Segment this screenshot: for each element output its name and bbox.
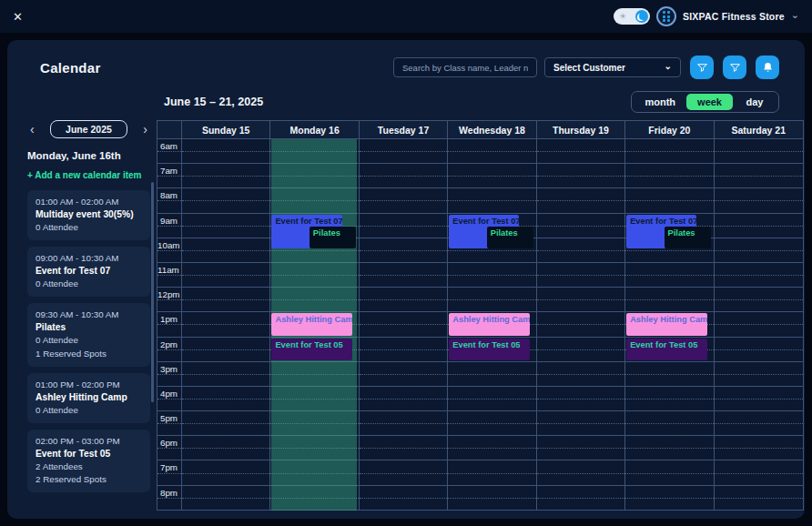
- grid-cell[interactable]: [537, 238, 624, 263]
- grid-cell[interactable]: [715, 460, 803, 485]
- grid-cell[interactable]: [625, 387, 713, 411]
- theme-toggle[interactable]: ☀: [614, 8, 650, 25]
- sidebar-event-card[interactable]: 02:00 PM - 03:00 PMEvent for Test 052 At…: [27, 430, 150, 492]
- sidebar-event-card[interactable]: 09:00 AM - 10:30 AMEvent for Test 070 At…: [27, 247, 150, 297]
- grid-cell[interactable]: [360, 312, 447, 337]
- month-label[interactable]: June 2025: [50, 120, 127, 138]
- grid-cell[interactable]: [625, 460, 713, 485]
- grid-cell[interactable]: [715, 486, 803, 511]
- grid-cell[interactable]: [625, 288, 713, 312]
- grid-cell[interactable]: [537, 460, 624, 485]
- grid-cell[interactable]: [448, 411, 535, 436]
- grid-cell[interactable]: [625, 139, 713, 164]
- grid-cell[interactable]: [182, 338, 269, 362]
- grid-cell[interactable]: [537, 214, 624, 238]
- grid-cell[interactable]: [448, 188, 535, 213]
- calendar-event[interactable]: Pilates: [310, 227, 356, 248]
- grid-cell[interactable]: [448, 387, 535, 411]
- filter-button[interactable]: [690, 56, 714, 79]
- grid-cell[interactable]: [537, 288, 624, 312]
- grid-cell[interactable]: [182, 139, 269, 164]
- grid-cell[interactable]: [537, 263, 624, 288]
- grid-cell[interactable]: [360, 436, 447, 460]
- grid-cell[interactable]: [182, 486, 269, 511]
- grid-cell[interactable]: [182, 312, 269, 337]
- grid-cell[interactable]: [715, 238, 803, 263]
- grid-cell[interactable]: [360, 188, 447, 213]
- grid-cell[interactable]: [448, 436, 535, 460]
- prev-month-button[interactable]: ‹: [27, 123, 37, 136]
- sidebar-event-card[interactable]: 01:00 PM - 02:00 PMAshley Hitting Camp0 …: [27, 373, 150, 423]
- grid-cell[interactable]: [537, 188, 624, 213]
- store-chevron-down-icon[interactable]: ⌄: [791, 9, 799, 21]
- grid-cell[interactable]: [537, 486, 624, 511]
- calendar-event[interactable]: Ashley Hitting Camp: [449, 313, 529, 335]
- grid-cell[interactable]: [360, 387, 447, 411]
- filter-secondary-button[interactable]: [723, 56, 746, 79]
- grid-cell[interactable]: [625, 362, 713, 387]
- grid-cell[interactable]: [360, 263, 447, 288]
- grid-cell[interactable]: [448, 486, 535, 511]
- grid-cell[interactable]: [360, 214, 447, 238]
- grid-cell[interactable]: [360, 338, 447, 362]
- grid-cell[interactable]: [715, 436, 803, 460]
- grid-cell[interactable]: [448, 139, 535, 164]
- calendar-event[interactable]: Event for Test 05: [626, 339, 706, 360]
- grid-cell[interactable]: [448, 164, 535, 188]
- grid-cell[interactable]: [448, 362, 535, 387]
- grid-cell[interactable]: [537, 411, 624, 436]
- grid-cell[interactable]: [715, 263, 803, 288]
- grid-cell[interactable]: [715, 288, 803, 312]
- grid-cell[interactable]: [360, 486, 447, 511]
- grid-cell[interactable]: [360, 411, 447, 436]
- grid-cell[interactable]: [360, 238, 447, 263]
- grid-cell[interactable]: [715, 188, 803, 213]
- grid-cell[interactable]: [537, 338, 624, 362]
- grid-cell[interactable]: [182, 188, 269, 213]
- grid-cell[interactable]: [182, 288, 269, 312]
- grid-cell[interactable]: [182, 362, 269, 387]
- add-calendar-item-link[interactable]: + Add a new calendar item: [27, 170, 150, 180]
- grid-cell[interactable]: [625, 188, 713, 213]
- view-month-button[interactable]: month: [634, 94, 686, 110]
- customer-select[interactable]: Select Customer ⌄: [544, 57, 681, 77]
- grid-cell[interactable]: [537, 362, 624, 387]
- grid-cell[interactable]: [715, 387, 803, 411]
- grid-cell[interactable]: [537, 139, 624, 164]
- grid-cell[interactable]: [715, 312, 803, 337]
- calendar-event[interactable]: Pilates: [487, 227, 533, 248]
- grid-cell[interactable]: [360, 288, 447, 312]
- calendar-event[interactable]: Pilates: [665, 227, 711, 248]
- grid-cell[interactable]: [537, 312, 624, 337]
- calendar-event[interactable]: Event for Test 05: [449, 339, 529, 360]
- grid-cell[interactable]: [715, 362, 803, 387]
- grid-cell[interactable]: [625, 411, 713, 436]
- grid-cell[interactable]: [625, 486, 713, 511]
- grid-cell[interactable]: [182, 460, 269, 485]
- view-week-button[interactable]: week: [686, 94, 733, 110]
- next-month-button[interactable]: ›: [140, 123, 150, 136]
- grid-cell[interactable]: [625, 263, 713, 288]
- grid-cell[interactable]: [715, 139, 803, 164]
- grid-cell[interactable]: [182, 387, 269, 411]
- grid-cell[interactable]: [625, 436, 713, 460]
- notifications-button[interactable]: [756, 56, 779, 79]
- grid-cell[interactable]: [360, 362, 447, 387]
- grid-cell[interactable]: [182, 214, 269, 238]
- grid-cell[interactable]: [360, 164, 447, 188]
- grid-cell[interactable]: [182, 263, 269, 288]
- calendar-event[interactable]: Event for Test 05: [271, 339, 351, 360]
- grid-cell[interactable]: [360, 460, 447, 485]
- grid-cell[interactable]: [182, 164, 269, 188]
- view-day-button[interactable]: day: [733, 94, 776, 110]
- grid-cell[interactable]: [182, 238, 269, 263]
- grid-cell[interactable]: [715, 164, 803, 188]
- collapse-menu-icon[interactable]: ✕: [13, 10, 23, 24]
- sidebar-event-card[interactable]: 09:30 AM - 10:30 AMPilates0 Attendee1 Re…: [27, 303, 150, 366]
- grid-cell[interactable]: [182, 411, 269, 436]
- sidebar-scrollbar[interactable]: [151, 182, 154, 402]
- grid-cell[interactable]: [448, 263, 535, 288]
- grid-cell[interactable]: [625, 164, 713, 188]
- grid-cell[interactable]: [448, 288, 535, 312]
- grid-cell[interactable]: [715, 214, 803, 238]
